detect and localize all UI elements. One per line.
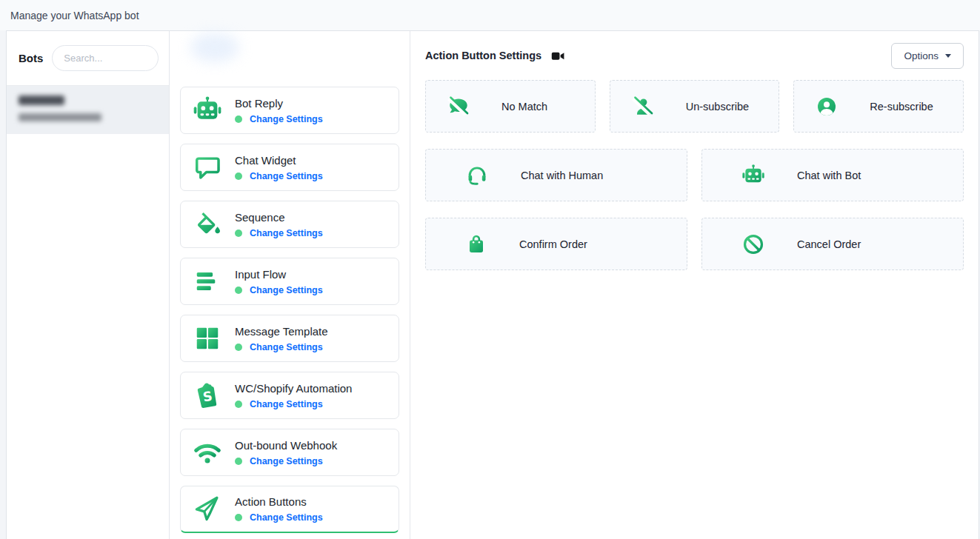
change-settings-link[interactable]: Change Settings <box>250 285 323 295</box>
video-camera-icon[interactable] <box>551 50 565 62</box>
action-button-cancel-order[interactable]: Cancel Order <box>701 218 964 270</box>
bars-icon <box>192 266 223 297</box>
bot-phone-redacted <box>19 113 101 121</box>
action-button-resubscribe[interactable]: Re-subscribe <box>793 80 964 133</box>
action-button-label: No Match <box>501 101 547 113</box>
settings-card-title: Input Flow <box>235 268 323 281</box>
action-button-label: Chat with Bot <box>797 170 861 181</box>
action-buttons-row-3: Confirm Order Cancel Order <box>425 218 964 270</box>
headset-icon <box>465 164 489 187</box>
status-dot <box>235 344 242 351</box>
bots-sidebar: Bots <box>7 31 170 539</box>
topbar: Manage your WhatsApp bot <box>0 0 980 30</box>
bot-list <box>7 85 169 134</box>
action-button-label: Chat with Human <box>521 170 603 181</box>
change-settings-link[interactable]: Change Settings <box>250 228 323 238</box>
settings-card-chat-widget[interactable]: Chat Widget Change Settings <box>180 144 399 191</box>
action-button-chat-with-bot[interactable]: Chat with Bot <box>701 149 964 201</box>
bot-list-item-selected[interactable] <box>7 86 169 134</box>
sidebar-header: Bots <box>7 31 169 85</box>
shopping-bag-icon <box>465 233 487 255</box>
action-button-settings-panel: Action Button Settings Options No Match <box>410 31 979 539</box>
change-settings-link[interactable]: Change Settings <box>250 456 323 466</box>
status-dot <box>235 287 242 294</box>
action-buttons-row-1: No Match Un-subscribe Re-subscribe <box>425 80 964 133</box>
settings-card-bot-reply[interactable]: Bot Reply Change Settings <box>180 87 399 134</box>
change-settings-link[interactable]: Change Settings <box>250 512 323 523</box>
comment-slash-icon <box>447 96 470 118</box>
status-dot <box>235 514 242 521</box>
settings-card-sequence[interactable]: Sequence Change Settings <box>180 201 399 248</box>
settings-card-title: Message Template <box>235 325 328 338</box>
options-button[interactable]: Options <box>891 43 964 69</box>
chevron-down-icon <box>945 54 951 58</box>
ban-icon <box>741 232 765 256</box>
status-dot <box>235 230 242 237</box>
settings-card-title: Bot Reply <box>235 97 323 110</box>
change-settings-link[interactable]: Change Settings <box>250 399 323 409</box>
options-button-label: Options <box>904 50 939 61</box>
settings-card-message-template[interactable]: Message Template Change Settings <box>180 315 399 362</box>
action-button-label: Re-subscribe <box>870 101 933 113</box>
settings-card-title: Action Buttons <box>235 495 323 508</box>
change-settings-link[interactable]: Change Settings <box>250 342 323 352</box>
settings-card-input-flow[interactable]: Input Flow Change Settings <box>180 258 399 305</box>
status-dot <box>235 116 242 123</box>
settings-card-shopify-automation[interactable]: S WC/Shopify Automation Change Settings <box>180 372 399 419</box>
chat-bubble-icon <box>192 152 223 183</box>
bots-title: Bots <box>19 52 43 64</box>
settings-card-title: Sequence <box>235 211 323 224</box>
bot-name-redacted <box>19 96 64 105</box>
status-dot <box>235 458 242 465</box>
action-button-no-match[interactable]: No Match <box>425 80 596 133</box>
robot-icon <box>741 164 765 187</box>
action-buttons-row-2: Chat with Human Chat with Bot <box>425 149 964 201</box>
action-button-chat-with-human[interactable]: Chat with Human <box>425 149 687 201</box>
status-dot <box>235 401 242 408</box>
settings-card-outbound-webhook[interactable]: Out-bound Webhook Change Settings <box>180 429 399 476</box>
settings-card-title: WC/Shopify Automation <box>235 382 352 395</box>
fill-drip-icon <box>192 209 223 240</box>
status-dot <box>235 173 242 180</box>
settings-card-title: Out-bound Webhook <box>235 439 337 452</box>
grid-icon <box>192 323 223 354</box>
main-panel: Bots Bot Reply Change Settings <box>6 30 979 539</box>
panel-title: Action Button Settings <box>425 50 541 61</box>
user-circle-icon <box>816 96 838 118</box>
user-slash-icon <box>632 96 654 118</box>
page-title: Manage your WhatsApp bot <box>10 10 139 21</box>
search-input[interactable] <box>52 45 159 71</box>
action-button-label: Cancel Order <box>797 238 861 250</box>
action-button-unsubscribe[interactable]: Un-subscribe <box>610 80 780 133</box>
action-button-label: Confirm Order <box>519 238 587 250</box>
settings-menu-column: Bot Reply Change Settings Chat Widget Ch… <box>170 31 410 539</box>
wifi-icon <box>192 437 223 468</box>
settings-card-title: Chat Widget <box>235 154 323 167</box>
change-settings-link[interactable]: Change Settings <box>250 114 323 124</box>
settings-card-action-buttons[interactable]: Action Buttons Change Settings <box>180 486 399 533</box>
paper-plane-icon <box>192 494 223 525</box>
panel-header: Action Button Settings Options <box>425 41 964 70</box>
shopify-icon: S <box>192 380 223 411</box>
change-settings-link[interactable]: Change Settings <box>250 171 323 181</box>
action-button-confirm-order[interactable]: Confirm Order <box>425 218 687 270</box>
robot-icon <box>192 95 223 126</box>
action-button-label: Un-subscribe <box>686 101 749 113</box>
blurred-badge <box>190 33 239 62</box>
